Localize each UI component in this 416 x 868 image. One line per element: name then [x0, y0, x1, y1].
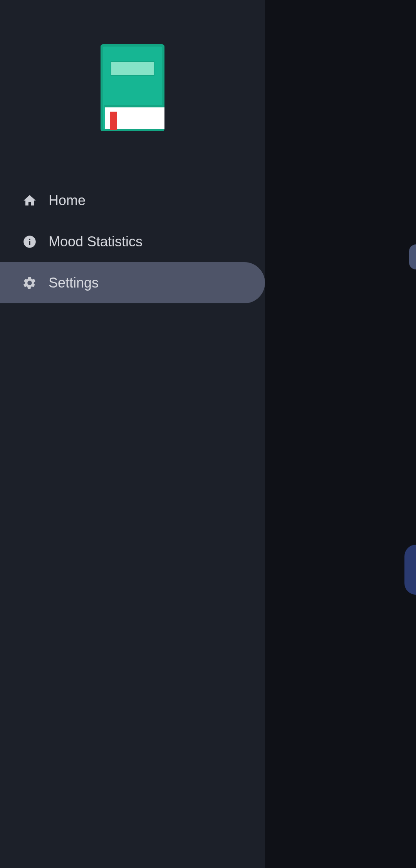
- nav-item-settings[interactable]: Settings: [0, 262, 265, 303]
- app-logo-area: [0, 0, 265, 131]
- background-sliver-bottom: [404, 545, 416, 595]
- nav-item-label: Settings: [49, 275, 99, 291]
- nav-menu: Home Mood Statistics Settings: [0, 180, 265, 303]
- navigation-drawer: Home Mood Statistics Settings: [0, 0, 265, 868]
- gear-icon: [22, 276, 37, 290]
- nav-item-label: Home: [49, 192, 86, 209]
- home-icon: [22, 193, 37, 208]
- book-icon: [101, 44, 164, 131]
- background-sliver-top: [409, 244, 416, 269]
- nav-item-label: Mood Statistics: [49, 234, 143, 250]
- info-icon: [22, 234, 37, 249]
- nav-item-mood-statistics[interactable]: Mood Statistics: [0, 221, 265, 262]
- nav-item-home[interactable]: Home: [0, 180, 265, 221]
